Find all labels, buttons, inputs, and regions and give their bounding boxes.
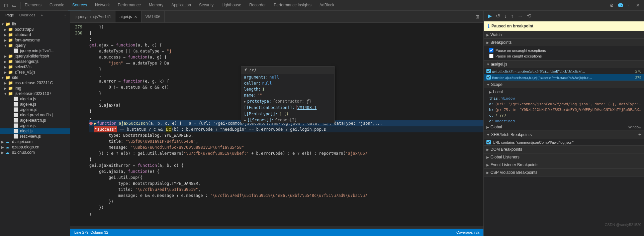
nav-memory[interactable]: Memory <box>145 0 167 10</box>
inspect-icon[interactable]: ⊡ <box>3 2 9 9</box>
scope-local-title: Local <box>493 90 503 94</box>
sidebar-more-icon[interactable]: ⋮ <box>63 13 67 18</box>
tree-domain-s1chu0[interactable]: ▶ ☁ s1.chu0.com <box>0 150 70 155</box>
tree-file-aigei-prev[interactable]: ⬜ aigei-prevLoadJs.j <box>0 112 70 118</box>
stack-item-1[interactable]: function ajaxSuccJson(a,b,c,e){"success"… <box>484 74 644 81</box>
tab-close-aigei[interactable]: ✕ <box>134 15 137 19</box>
tree-folder-select2[interactable]: ▶ 📁 select2/js <box>0 64 70 70</box>
nav-elements[interactable]: Elements <box>21 0 45 10</box>
scope-local-header[interactable]: ▶ Local <box>484 88 644 96</box>
section-xhr-header[interactable]: ▼ XHR/fetch Breakpoints + <box>484 130 644 139</box>
step-into-button[interactable]: ↓ <box>503 12 508 20</box>
tree-file-aigeia[interactable]: ⬜ aigei-a.js <box>0 96 70 102</box>
section-watch-header[interactable]: ▶ Watch <box>484 31 644 38</box>
section-breakpoints-header[interactable]: ▶ Breakpoints <box>484 39 644 46</box>
csp-title: CSP Violation Breakpoints <box>490 170 537 175</box>
tree-folder-jquery[interactable]: ▼ 📁 jquery <box>0 43 70 48</box>
nav-performance[interactable]: Performance <box>114 0 145 10</box>
resume-button[interactable]: ▶ <box>486 12 493 20</box>
tooltip-expand-icon2[interactable]: ▶ <box>244 118 246 122</box>
tooltip-expand-icon[interactable]: ▶ <box>244 100 246 103</box>
nav-security[interactable]: Security <box>195 0 217 10</box>
tree-file-jquerymin[interactable]: ⬜ jquery.min.js?v=1... <box>0 48 70 53</box>
nav-performance-insights[interactable]: Performance insights <box>270 0 315 10</box>
bp-uncaught-checkbox[interactable] <box>489 48 493 52</box>
scrollbar-horizontal[interactable] <box>70 226 483 229</box>
tree-file-aigei-search[interactable]: ⬜ aigei-search.js <box>0 118 70 123</box>
section-event-header[interactable]: ▶ Event Listener Breakpoints <box>484 161 644 168</box>
step-over-button[interactable]: ↺ <box>494 12 501 20</box>
tree-folder-clipboard[interactable]: ▶ 📁 clipboard <box>0 32 70 37</box>
tree-folder-cssrelease[interactable]: ▶ 📁 css-release-202311C <box>0 80 70 86</box>
sidebar-tab-overrides[interactable]: Overrides <box>17 12 38 18</box>
section-callstack: ▼ ▣ aigei.js gei.util.clickFn=function(a… <box>484 61 644 81</box>
tree-folder-bootstrap3[interactable]: ▶ 📁 bootstrap3 <box>0 27 70 32</box>
scope-title: Scope <box>491 82 502 87</box>
tooltip-val: null <box>262 81 272 86</box>
tree-file-aigeie[interactable]: ⬜ aigei-e.js <box>0 102 70 107</box>
settings-icon[interactable]: ⚙ <box>608 2 615 9</box>
section-callstack-header[interactable]: ▼ ▣ aigei.js <box>484 61 644 68</box>
tree-label-aigei: aigei.js <box>20 129 32 133</box>
collapse-icon[interactable]: ⊞ <box>474 13 481 20</box>
xhr-add-button[interactable]: + <box>638 132 641 138</box>
code-editor[interactable]: }) } ; gei.ajax = function(a, b, c) { a.… <box>85 23 483 226</box>
scope-this: this: Window <box>486 96 644 101</box>
device-icon[interactable]: ▭ <box>11 2 18 9</box>
tree-label-aigei-prev: aigei-prevLoadJs.j <box>20 113 53 117</box>
section-csp-header[interactable]: ▶ CSP Violation Breakpoints <box>484 169 644 176</box>
tree-folder-jqueryui[interactable]: ▶ 📁 jqueryui-slider/css/r <box>0 53 70 59</box>
section-dom: ▶ DOM Breakpoints <box>484 146 644 153</box>
js-file-icon: ⬜ <box>13 97 19 101</box>
deactivate-button[interactable]: ⟲ <box>526 12 533 20</box>
code-line-280: gei.ajaxWithError = function(a, b, c) { <box>89 162 483 168</box>
tooltip-link-vm1408[interactable]: VM1408:1 <box>296 105 318 110</box>
section-scope-header[interactable]: ▼ Scope <box>484 81 644 88</box>
tree-folder-site[interactable]: ▼ 📁 site <box>0 75 70 80</box>
tree-file-resc[interactable]: ⬜ resc-view.js <box>0 134 70 139</box>
tab-label-aigei: aigei.js <box>119 14 132 19</box>
code-content[interactable]: 279 280 <box>70 23 483 226</box>
nav-adblock[interactable]: AdBlock <box>315 0 338 10</box>
domain-icon: ☁ <box>5 145 11 149</box>
bp-caught-checkbox[interactable] <box>489 54 493 58</box>
tree-file-aigei[interactable]: ⬜ aigei.js <box>0 128 70 134</box>
tree-folder-fontawesome[interactable]: ▶ 📁 font-awesome <box>0 37 70 43</box>
stack-item-0[interactable]: gei.util.clickFn=function(a,b,c){$(a).un… <box>484 68 644 74</box>
tree-file-aigei-v[interactable]: ⬜ aigei-v.js <box>0 123 70 128</box>
tab-jquerymin[interactable]: jquery.min.js?v=141 <box>72 11 115 23</box>
sidebar-tree: ▼ 📁 lib ▶ 📁 bootstrap3 ▶ 📁 clipboard ▶ 📁 <box>0 20 70 236</box>
nav-lighthouse[interactable]: Lighthouse <box>217 0 245 10</box>
folder-icon: 📁 <box>8 32 13 37</box>
step-out-button[interactable]: ↑ <box>510 12 515 20</box>
nav-sources[interactable]: Sources <box>68 0 91 10</box>
code-line: message: "\u8be5\u64cd\u4f5c\u9700\u8981… <box>89 144 483 150</box>
nav-application[interactable]: Application <box>167 0 195 10</box>
tree-domain-daigei[interactable]: ▶ ☁ d.aigei.com <box>0 139 70 144</box>
tree-folder-messenger[interactable]: ▶ 📁 messenger/js <box>0 59 70 64</box>
stack-bp-checkbox-1[interactable] <box>486 75 491 80</box>
right-panel-inner[interactable]: ▶ Watch ▶ Breakpoints Pause on uncaught … <box>484 31 644 236</box>
stack-num-1: 279 <box>635 76 641 80</box>
close-icon[interactable]: ✕ <box>635 2 641 9</box>
stack-bp-checkbox-0[interactable] <box>486 69 491 73</box>
tab-aigei[interactable]: aigei.js ✕ <box>115 11 141 23</box>
tree-domain-qzapp[interactable]: ▶ ☁ qzapp.qlogo.cn <box>0 144 70 150</box>
tree-file-aigeim[interactable]: ⬜ aigei-m.js <box>0 107 70 112</box>
step-button[interactable]: → <box>516 12 524 20</box>
tree-folder-jsrelease[interactable]: ▼ 📁 js-release-20231107 <box>0 91 70 96</box>
nav-recorder[interactable]: Recorder <box>245 0 270 10</box>
nav-network[interactable]: Network <box>91 0 114 10</box>
xhr-checkbox-0[interactable] <box>486 140 491 144</box>
sidebar-tab-page[interactable]: Page <box>3 12 17 18</box>
section-global-header[interactable]: ▶ Global Listeners <box>484 153 644 161</box>
sidebar-tab-more[interactable]: » <box>38 12 45 18</box>
scope-global-val: Window <box>628 125 641 129</box>
tree-folder-img[interactable]: ▶ 📁 img <box>0 86 70 91</box>
tree-folder-ztree[interactable]: ▶ 📁 zTree_v3/js <box>0 70 70 75</box>
more-icon[interactable]: ⋮ <box>625 2 633 9</box>
tab-vm[interactable]: VM140£ <box>142 11 165 23</box>
tree-folder-lib[interactable]: ▼ 📁 lib <box>0 21 70 27</box>
nav-console[interactable]: Console <box>45 0 68 10</box>
section-dom-header[interactable]: ▶ DOM Breakpoints <box>484 146 644 153</box>
